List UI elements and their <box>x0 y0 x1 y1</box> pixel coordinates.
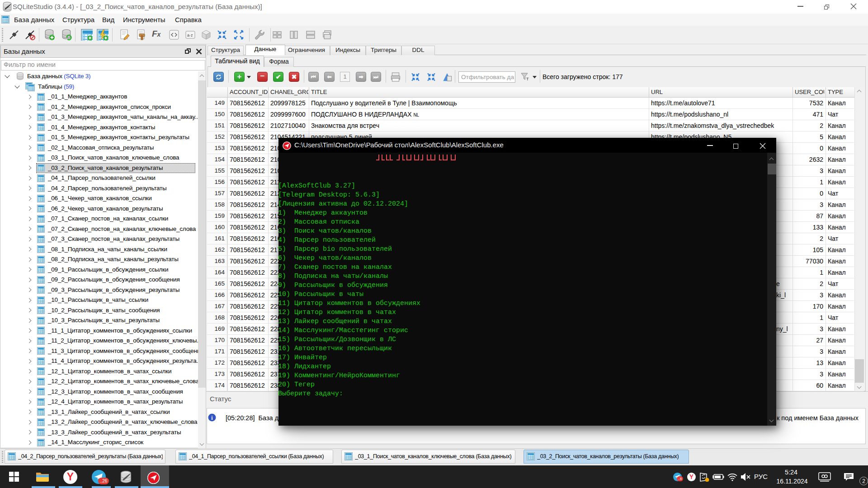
svg-text:a·z: a·z <box>187 33 193 38</box>
svg-text:T: T <box>526 77 529 81</box>
